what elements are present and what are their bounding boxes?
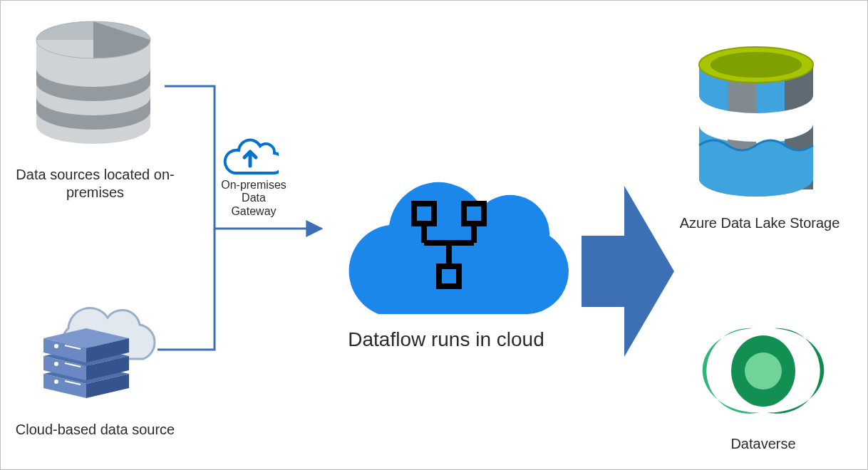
- svg-point-28: [711, 52, 802, 78]
- gateway-icon: [222, 129, 279, 180]
- text: Dataflow runs in cloud: [348, 328, 544, 350]
- dataverse-label: Dataverse: [706, 435, 820, 453]
- text: Dataverse: [730, 436, 795, 451]
- dataverse-icon: [696, 314, 831, 431]
- svg-marker-24: [582, 186, 674, 357]
- diagram-canvas: Data sources located on-premises: [0, 0, 868, 470]
- dataflow-label: Dataflow runs in cloud: [311, 327, 582, 352]
- adls-label: Azure Data Lake Storage: [667, 214, 852, 232]
- text: On-premises: [218, 179, 289, 192]
- gateway-label: On-premises Data Gateway: [218, 179, 289, 218]
- adls-icon: [688, 40, 824, 207]
- dataflow-cloud-icon: [321, 147, 571, 328]
- big-arrow-icon: [582, 186, 674, 360]
- text: Data Gateway: [218, 192, 289, 218]
- text: Azure Data Lake Storage: [680, 215, 840, 231]
- svg-point-31: [745, 352, 782, 390]
